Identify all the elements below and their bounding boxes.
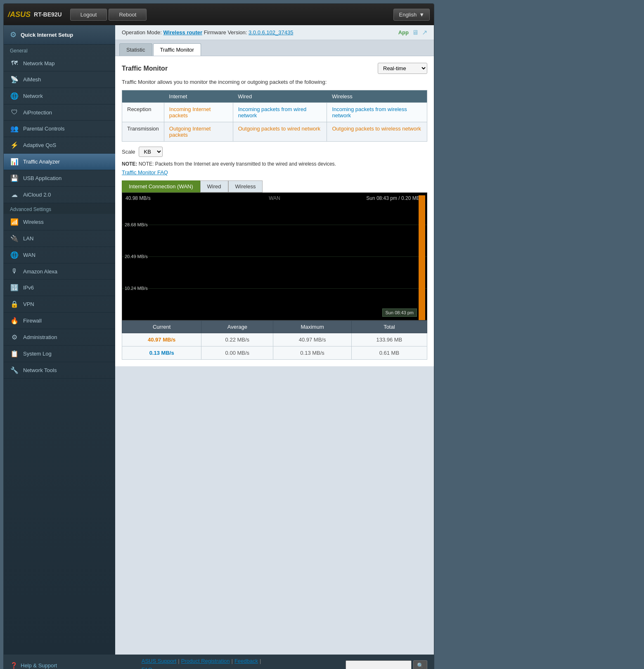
header: /ASUS RT-BE92U Logout Reboot English ▼ <box>4 4 434 25</box>
grid-line-1 <box>122 225 427 225</box>
sidebar-label-tools: Network Tools <box>23 367 57 373</box>
col-header-internet: Internet <box>164 90 233 103</box>
stats-current-1: 40.97 MB/s <box>122 333 201 346</box>
language-selector[interactable]: English ▼ <box>393 9 430 21</box>
scale-select[interactable]: KB MB GB <box>139 147 163 157</box>
chart-tab-wireless[interactable]: Wireless <box>228 180 263 192</box>
incoming-wireless-link[interactable]: Incoming packets from wireless network <box>332 106 407 119</box>
model-name: RT-BE92U <box>34 11 62 18</box>
sidebar-item-parental-controls[interactable]: 👥 Parental Controls <box>4 121 115 137</box>
stats-col-current: Current <box>122 321 201 333</box>
sidebar-item-system-log[interactable]: 📋 System Log <box>4 346 115 362</box>
parental-icon: 👥 <box>10 125 19 133</box>
sidebar-item-wireless[interactable]: 📶 Wireless <box>4 214 115 230</box>
sidebar-item-aicloud[interactable]: ☁ AiCloud 2.0 <box>4 187 115 203</box>
sidebar-item-ipv6[interactable]: 🔢 IPv6 <box>4 280 115 296</box>
op-mode-link[interactable]: Wireless router <box>163 29 202 36</box>
stats-current-2: 0.13 MB/s <box>122 346 201 360</box>
share-icon[interactable]: ↗ <box>422 28 427 36</box>
sidebar-item-amazon-alexa[interactable]: 🎙 Amazon Alexa <box>4 263 115 280</box>
lang-label: English <box>399 12 417 18</box>
outgoing-internet-link[interactable]: Outgoing Internet packets <box>169 126 211 138</box>
sidebar-item-usb-application[interactable]: 💾 USB Application <box>4 170 115 187</box>
logout-button[interactable]: Logout <box>70 9 107 21</box>
sidebar-item-vpn[interactable]: 🔒 VPN <box>4 296 115 313</box>
lan-icon: 🔌 <box>10 235 19 242</box>
top-right-icons: App 🖥 ↗ <box>398 28 427 36</box>
network-icon: 🌐 <box>10 92 19 100</box>
outgoing-wireless-link[interactable]: Outgoing packets to wireless network <box>332 126 421 132</box>
chart-tab-wired[interactable]: Wired <box>200 180 228 192</box>
wan-icon: 🌐 <box>10 251 19 259</box>
footer-search-input[interactable] <box>346 660 412 669</box>
chart-tab-wan[interactable]: Internet Connection (WAN) <box>122 180 200 192</box>
network-map-icon: 🗺 <box>10 59 19 67</box>
table-row: Reception Incoming Internet packets Inco… <box>122 103 427 122</box>
feedback-link[interactable]: Feedback <box>234 658 258 664</box>
stats-average-2: 0.00 MB/s <box>201 346 273 360</box>
stats-average-1: 0.22 MB/s <box>201 333 273 346</box>
grid-label-1: 28.68 MB/s <box>125 222 148 227</box>
sidebar-item-network-tools[interactable]: 🔧 Network Tools <box>4 362 115 379</box>
sidebar-item-firewall[interactable]: 🔥 Firewall <box>4 313 115 329</box>
row-label-transmission: Transmission <box>122 122 164 142</box>
product-registration-link[interactable]: Product Registration <box>181 658 230 664</box>
asus-logo: /ASUS <box>8 10 31 19</box>
sidebar-item-administration[interactable]: ⚙ Administration <box>4 329 115 346</box>
sidebar-item-adaptive-qos[interactable]: ⚡ Adaptive QoS <box>4 137 115 154</box>
top-info-bar: Operation Mode: Wireless router Firmware… <box>115 25 434 40</box>
qos-icon: ⚡ <box>10 141 19 149</box>
sidebar-item-aimesh[interactable]: 📡 AiMesh <box>4 71 115 88</box>
sidebar-label-aimesh: AiMesh <box>23 76 41 83</box>
footer: ❓ Help & Support ASUS Support | Product … <box>4 655 434 669</box>
stats-col-maximum: Maximum <box>273 321 351 333</box>
sidebar-item-lan[interactable]: 🔌 LAN <box>4 230 115 247</box>
grid-line-2 <box>122 256 427 257</box>
sidebar-label-vpn: VPN <box>23 301 34 307</box>
footer-search-button[interactable]: 🔍 <box>413 660 427 669</box>
footer-link-row-2: FAQ <box>142 667 152 669</box>
fw-prefix: Firmware Version: <box>204 29 249 36</box>
advanced-settings-label: Advanced Settings <box>4 203 115 214</box>
sidebar-item-traffic-analyzer[interactable]: 📊 Traffic Analyzer <box>4 154 115 170</box>
traffic-info-table: Internet Wired Wireless Reception Incomi… <box>122 90 427 142</box>
firmware-version-link[interactable]: 3.0.0.6.102_37435 <box>249 29 293 36</box>
tab-traffic-monitor[interactable]: Traffic Monitor <box>153 43 201 56</box>
footer-left: ❓ Help & Support <box>10 662 57 669</box>
sidebar-label-firewall: Firewall <box>23 318 42 324</box>
sidebar-item-network-map[interactable]: 🗺 Network Map <box>4 55 115 71</box>
sidebar-item-wan[interactable]: 🌐 WAN <box>4 247 115 263</box>
faq-footer-link[interactable]: FAQ <box>142 667 152 669</box>
header-buttons: Logout Reboot <box>70 9 394 21</box>
faq-link[interactable]: Traffic Monitor FAQ <box>122 169 427 176</box>
aimesh-icon: 📡 <box>10 76 19 83</box>
quick-setup-label: Quick Internet Setup <box>21 32 73 38</box>
asus-support-link[interactable]: ASUS Support <box>142 658 177 664</box>
tab-statistic[interactable]: Statistic <box>119 43 152 56</box>
app-screen-icon[interactable]: 🖥 <box>412 29 419 36</box>
incoming-internet-link[interactable]: Incoming Internet packets <box>169 106 211 119</box>
grid-label-3: 10.24 MB/s <box>125 286 148 291</box>
reboot-button[interactable]: Reboot <box>109 9 147 21</box>
sidebar-item-quick-setup[interactable]: ⚙ Quick Internet Setup <box>4 25 115 45</box>
chart-tabs: Internet Connection (WAN) Wired Wireless <box>122 180 427 192</box>
sidebar-label-qos: Adaptive QoS <box>23 142 56 148</box>
col-header-wired: Wired <box>233 90 327 103</box>
sidebar-label-network: Network <box>23 93 43 99</box>
footer-links: ASUS Support | Product Registration | Fe… <box>142 658 261 669</box>
operation-mode-info: Operation Mode: Wireless router Firmware… <box>122 29 293 36</box>
sidebar-label-network-map: Network Map <box>23 60 55 66</box>
sidebar-label-ipv6: IPv6 <box>23 285 34 291</box>
outgoing-wired-link[interactable]: Outgoing packets to wired network <box>238 126 320 132</box>
table-row: Transmission Outgoing Internet packets O… <box>122 122 427 142</box>
incoming-wired-link[interactable]: Incoming packets from wired network <box>238 106 306 119</box>
realtime-dropdown[interactable]: Real-time Last 24 Hours <box>378 63 427 74</box>
sidebar-label-wireless: Wireless <box>23 219 44 225</box>
chart-bar-current <box>419 195 425 320</box>
sidebar-item-network[interactable]: 🌐 Network <box>4 88 115 104</box>
sidebar-item-aiprotection[interactable]: 🛡 AiProtection <box>4 104 115 121</box>
stats-total-1: 133.96 MB <box>351 333 427 346</box>
section-title: Traffic Monitor <box>122 65 168 72</box>
footer-link-row-1: ASUS Support | Product Registration | Fe… <box>142 658 261 664</box>
usb-icon: 💾 <box>10 174 19 182</box>
